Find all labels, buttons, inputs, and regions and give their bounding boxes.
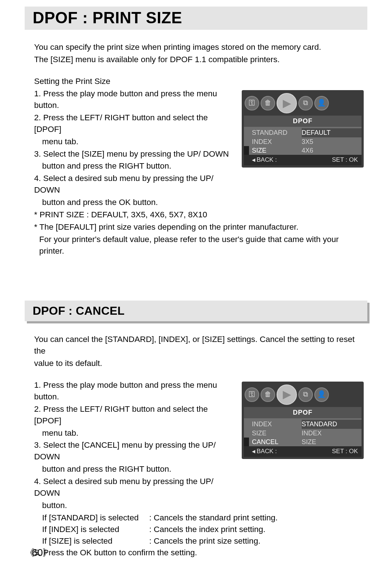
lcd-menu: STANDARD DEFAULT INDEX 3X5 SIZE 4X6 <box>244 127 362 155</box>
page-number: 60 <box>25 546 50 559</box>
intro-line: You can specify the print size when prin… <box>34 41 364 53</box>
key-icon: ⚿ <box>245 96 259 110</box>
section-title-bar: DPOF : CANCEL <box>25 301 367 321</box>
step-cont: button and press the RIGHT button. <box>34 463 235 475</box>
if-term: If [SIZE] is selected <box>42 535 149 547</box>
menu-right: 4X6 <box>302 146 362 155</box>
section-title: DPOF : CANCEL <box>33 304 359 318</box>
key-icon: ⚿ <box>245 387 259 402</box>
lcd-back-label: BACK : <box>252 156 277 164</box>
play-tab-icon: ▶ <box>277 384 297 405</box>
step: 2. Press the LEFT/ RIGHT button and sele… <box>34 403 235 427</box>
menu-right: 3X5 <box>302 137 362 146</box>
step: 3. Select the [CANCEL] menu by pressing … <box>34 439 235 463</box>
trash-icon: 🗑 <box>261 387 275 402</box>
menu-left: SIZE <box>249 146 302 155</box>
lcd-menu: INDEX STANDARD SIZE INDEX CANCEL SIZE <box>244 418 362 446</box>
sub-heading: Setting the Print Size <box>34 76 364 87</box>
menu-right: INDEX <box>302 429 362 438</box>
step: 4. Select a desired sub menu by pressing… <box>34 476 235 499</box>
lcd-footer: BACK : SET : OK <box>244 155 362 165</box>
step-cont: menu tab. <box>34 136 235 148</box>
if-desc: : Cancels the index print setting. <box>149 524 265 535</box>
menu-left: STANDARD <box>249 128 302 137</box>
section2-body: You can cancel the [STANDARD], [INDEX], … <box>25 334 367 559</box>
section-title: DPOF : PRINT SIZE <box>33 9 359 27</box>
note-cont: For your printer's default value, please… <box>34 234 364 257</box>
step: 2. Press the LEFT/ RIGHT button and sele… <box>34 112 235 135</box>
camera-lcd: ⚿ 🗑 ▶ ⧉ 👤 DPOF STANDARD DEFAULT INDEX <box>242 90 364 168</box>
intro-line: You can cancel the [STANDARD], [INDEX], … <box>34 334 364 357</box>
intro-line: value to its default. <box>34 358 364 369</box>
if-term: If [INDEX] is selected <box>42 524 149 535</box>
menu-left: INDEX <box>249 137 302 146</box>
if-desc: : Cancels the print size setting. <box>149 535 260 547</box>
lcd-header: DPOF <box>244 116 362 127</box>
menu-right: SIZE <box>302 438 362 446</box>
menu-left: SIZE <box>249 429 302 438</box>
section1-body: You can specify the print size when prin… <box>25 41 367 257</box>
step-cont: button. <box>34 500 235 511</box>
step: 1. Press the play mode button and press … <box>34 379 235 403</box>
step: 1. Press the play mode button and press … <box>34 88 235 111</box>
if-desc: : Cancels the standard print setting. <box>149 512 278 524</box>
lcd-set-label: SET : OK <box>332 156 358 164</box>
if-term: If [STANDARD] is selected <box>42 512 149 524</box>
person-icon: 👤 <box>314 387 329 402</box>
step-cont: menu tab. <box>34 427 235 439</box>
section-title-bar: DPOF : PRINT SIZE <box>25 7 367 30</box>
menu-left: INDEX <box>249 420 302 428</box>
lcd-set-label: SET : OK <box>332 447 358 456</box>
menu-right: DEFAULT <box>302 128 362 137</box>
camera-lcd: ⚿ 🗑 ▶ ⧉ 👤 DPOF INDEX STANDARD SIZE <box>242 382 364 459</box>
slideshow-icon: ⧉ <box>298 387 313 402</box>
play-tab-icon: ▶ <box>277 93 297 113</box>
lcd-footer: BACK : SET : OK <box>244 446 362 457</box>
step-cont: button and press the OK button. <box>34 197 235 208</box>
trash-icon: 🗑 <box>261 96 275 110</box>
lcd-header: DPOF <box>244 407 362 419</box>
note: * PRINT SIZE : DEFAULT, 3X5, 4X6, 5X7, 8… <box>34 209 364 221</box>
step: 3. Select the [SIZE] menu by pressing th… <box>34 148 235 160</box>
menu-left: CANCEL <box>249 438 302 446</box>
intro-line: The [SIZE] menu is available only for DP… <box>34 54 364 65</box>
note: * The [DEFAULT] print size varies depend… <box>34 221 364 233</box>
step: 5. Press the OK button to confirm the se… <box>34 547 364 559</box>
person-icon: 👤 <box>314 96 329 110</box>
menu-right: STANDARD <box>302 420 362 428</box>
step: 4. Select a desired sub menu by pressing… <box>34 173 235 196</box>
slideshow-icon: ⧉ <box>298 96 313 110</box>
step-cont: button and press the RIGHT button. <box>34 160 235 172</box>
lcd-back-label: BACK : <box>252 447 277 456</box>
